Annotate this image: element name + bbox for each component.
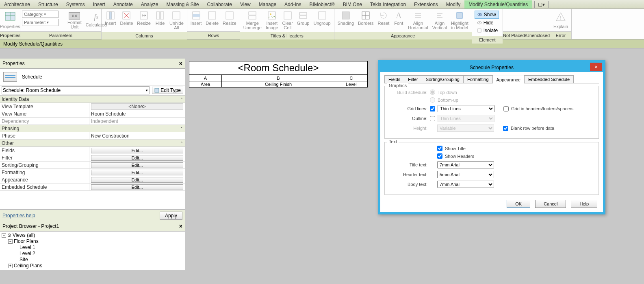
- tab-annot[interactable]: Annotate: [109, 0, 137, 9]
- insert-image-button[interactable]: Insert Image: [264, 10, 280, 31]
- level2-node[interactable]: Level 2: [2, 251, 183, 257]
- col-a[interactable]: A: [189, 75, 222, 81]
- expand-icon[interactable]: +: [8, 264, 13, 268]
- phasing-section[interactable]: Phasing⌃: [0, 125, 185, 132]
- tab-manage[interactable]: Manage: [255, 0, 280, 9]
- tab-bimone[interactable]: BIM One: [339, 0, 366, 9]
- dlg-tab-sorting[interactable]: Sorting/Grouping: [422, 75, 464, 83]
- dlg-tab-filter[interactable]: Filter: [404, 75, 422, 83]
- titletext-select[interactable]: 7mm Arial: [437, 161, 494, 168]
- row-insert-button[interactable]: Insert: [189, 10, 204, 26]
- formatting-edit-button[interactable]: Edit...: [91, 170, 183, 175]
- group-button[interactable]: Group: [295, 10, 311, 26]
- properties-type-selector[interactable]: Schedule: [0, 69, 185, 85]
- highlight-button[interactable]: Highlight in Model: [449, 10, 470, 31]
- isolate-button[interactable]: Isolate: [475, 27, 500, 34]
- schedule-title[interactable]: <Room Schedule>: [189, 61, 368, 75]
- tab-modify[interactable]: Modify: [442, 0, 464, 9]
- col-hide-button[interactable]: Hide: [153, 10, 167, 26]
- tab-view[interactable]: View: [236, 0, 255, 9]
- col-c[interactable]: C: [335, 75, 368, 81]
- gridlines-select[interactable]: Thin Lines: [438, 105, 494, 112]
- col-b[interactable]: B: [222, 75, 335, 81]
- cancel-button[interactable]: Cancel: [535, 200, 566, 208]
- tab-addins[interactable]: Add-Ins: [280, 0, 305, 9]
- ceiling-plans-node[interactable]: +Ceiling Plans: [2, 263, 183, 269]
- collapse-icon[interactable]: −: [2, 233, 6, 238]
- edit-type-button[interactable]: Edit Type: [152, 87, 183, 94]
- show-button[interactable]: Show: [475, 11, 499, 19]
- apply-button[interactable]: Apply: [160, 212, 182, 220]
- tab-arch[interactable]: Architecture: [0, 0, 34, 9]
- outline-check[interactable]: [430, 116, 435, 121]
- dlg-tab-appearance[interactable]: Appearance: [492, 76, 525, 83]
- tab-expand[interactable]: ▢▾: [534, 1, 549, 8]
- align-v-button[interactable]: Align Vertical: [431, 10, 449, 31]
- properties-button[interactable]: Properties: [2, 10, 18, 30]
- parameter-combo[interactable]: Parameter:▼: [22, 19, 59, 26]
- level1-node[interactable]: Level 1: [2, 245, 183, 251]
- blank-check[interactable]: [503, 126, 508, 131]
- format-unit-button[interactable]: 0.0Format Unit: [66, 11, 83, 30]
- tab-analyze[interactable]: Analyze: [137, 0, 163, 9]
- other-section[interactable]: Other⌃: [0, 140, 185, 147]
- tab-ext[interactable]: Extensions: [410, 0, 442, 9]
- phase-value[interactable]: New Construction: [89, 132, 185, 139]
- col-resize-button[interactable]: Resize: [135, 10, 152, 26]
- align-h-button[interactable]: Align Horizontal: [406, 10, 430, 31]
- tab-tekla[interactable]: Tekla Integration: [366, 0, 410, 9]
- properties-help-link[interactable]: Properties help: [2, 213, 35, 218]
- filter-edit-button[interactable]: Edit...: [91, 155, 183, 161]
- dialog-close-button[interactable]: ✕: [590, 63, 602, 71]
- hide-button[interactable]: Hide: [475, 19, 496, 26]
- merge-button[interactable]: Merge Unmerge: [242, 10, 263, 31]
- site-node[interactable]: Site: [2, 257, 183, 263]
- font-button[interactable]: AFont: [392, 10, 405, 26]
- header-area[interactable]: Area: [189, 81, 222, 87]
- dlg-tab-embedded[interactable]: Embedded Schedule: [524, 75, 574, 83]
- category-combo[interactable]: Category:▼: [22, 11, 59, 18]
- view-template-value[interactable]: <None>: [91, 103, 183, 110]
- floor-plans-node[interactable]: −Floor Plans: [2, 238, 183, 245]
- dlg-tab-fields[interactable]: Fields: [384, 75, 404, 83]
- gridhf-check[interactable]: [503, 106, 509, 111]
- help-button[interactable]: Help: [571, 200, 597, 208]
- tab-collab[interactable]: Collaborate: [203, 0, 236, 9]
- clear-cell-button[interactable]: Clear Cell: [281, 10, 295, 31]
- views-node[interactable]: −⊙Views (all): [2, 232, 183, 238]
- view-name-value[interactable]: Room Schedule: [89, 110, 185, 117]
- header-level[interactable]: Level: [335, 81, 368, 87]
- embedded-edit-button[interactable]: Edit...: [91, 184, 183, 190]
- tab-sys[interactable]: Systems: [62, 0, 89, 9]
- schedule-type-combo[interactable]: Schedule: Room Schedule▼: [2, 86, 150, 94]
- showheaders-check[interactable]: [437, 153, 442, 159]
- bodytext-select[interactable]: 7mm Arial: [437, 181, 494, 188]
- close-properties-icon[interactable]: ×: [179, 60, 182, 67]
- header-ceiling[interactable]: Ceiling Finish: [222, 81, 335, 87]
- col-unhide-button[interactable]: Unhide All: [168, 10, 185, 31]
- headertext-select[interactable]: 5mm Arial: [437, 171, 494, 178]
- reset-button[interactable]: Reset: [376, 10, 391, 26]
- gridlines-check[interactable]: [430, 106, 435, 111]
- borders-button[interactable]: Borders: [356, 10, 375, 26]
- collapse-icon[interactable]: −: [8, 239, 13, 244]
- calculated-button[interactable]: fxCalculated: [84, 11, 108, 28]
- ok-button[interactable]: OK: [507, 200, 530, 208]
- dlg-tab-formatting[interactable]: Formatting: [463, 75, 493, 83]
- identity-section[interactable]: Identity Data⌃: [0, 96, 185, 103]
- tab-struct[interactable]: Structure: [34, 0, 62, 9]
- fields-edit-button[interactable]: Edit...: [91, 148, 183, 153]
- shading-button[interactable]: Shading: [336, 10, 356, 26]
- showtitle-check[interactable]: [437, 146, 442, 151]
- tab-bimobj[interactable]: BIMobject®: [305, 0, 338, 9]
- ungroup-button[interactable]: Ungroup: [312, 10, 332, 26]
- row-delete-button[interactable]: Delete: [204, 10, 220, 26]
- close-browser-icon[interactable]: ×: [179, 223, 182, 229]
- appearance-edit-button[interactable]: Edit...: [91, 177, 183, 183]
- explain-button[interactable]: !Explain: [552, 10, 570, 30]
- tab-insert[interactable]: Insert: [89, 0, 109, 9]
- col-delete-button[interactable]: Delete: [119, 10, 135, 26]
- row-resize-button[interactable]: Resize: [221, 10, 238, 26]
- tab-modify-schedule[interactable]: Modify Schedule/Quantities: [464, 0, 532, 9]
- sorting-edit-button[interactable]: Edit...: [91, 162, 183, 168]
